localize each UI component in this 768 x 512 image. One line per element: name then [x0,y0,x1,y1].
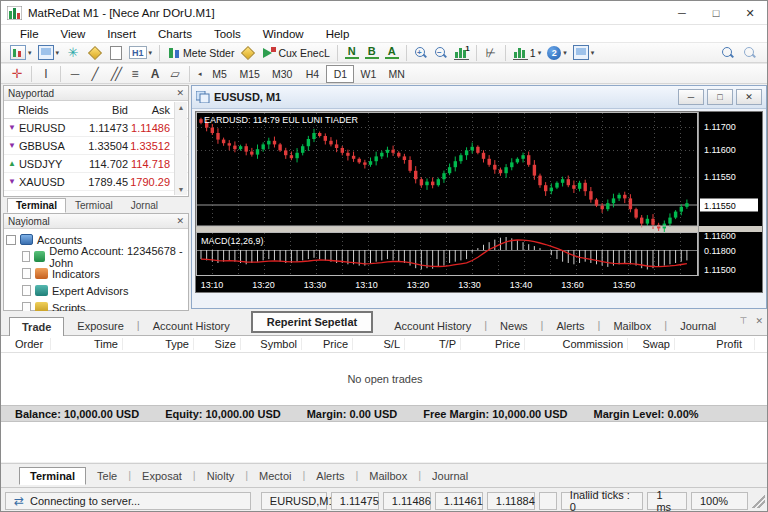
bottom-tab-exposat[interactable]: Exposat [131,467,193,485]
bottom-tab-mailbox[interactable]: Mailbox [358,467,418,485]
data-folder-button[interactable] [237,44,259,62]
chevron-left-icon[interactable]: ◂ [198,70,202,78]
status-zoom[interactable]: 100% [691,492,748,510]
chart-close-button[interactable]: ✕ [736,89,762,105]
close-icon[interactable]: ✕ [755,316,763,326]
col-price-open[interactable]: Price [302,338,353,350]
trendline-button[interactable]: ╱ [85,65,105,83]
tab-exposure[interactable]: Exposure [64,316,136,335]
tree-item-expert-advisors[interactable]: Expert Advisors [6,282,188,299]
table-row[interactable]: ▲USDJYY 114.702 114.718 [4,155,188,173]
chart-screen-button[interactable]: ▾ [570,44,598,62]
close-button[interactable]: ✕ [733,1,767,25]
col-symbol[interactable]: Symbol [241,338,302,350]
scroll-down-icon[interactable]: ▼ [178,186,185,193]
tab-news[interactable]: News [487,316,541,335]
floating-tab[interactable]: Reperint Sepetlat [251,311,373,333]
col-type[interactable]: Type [123,338,194,350]
symbols-button[interactable]: ✳ [62,44,84,62]
menu-insert[interactable]: Insert [96,28,147,40]
minimize-button[interactable]: ─ [665,1,699,25]
bottom-tab-journal[interactable]: Journal [421,467,479,485]
menu-file[interactable]: File [9,28,50,40]
timeframe-mn[interactable]: MN [382,65,410,83]
cursor-button[interactable]: I [36,65,56,83]
scrollbar[interactable]: ▲ ▼ [174,102,187,195]
tab-mailbox[interactable]: Mailbox [600,316,664,335]
col-size[interactable]: Size [194,338,241,350]
period-m1-button[interactable]: 1▾ [510,44,544,62]
bottom-tab-terminal[interactable]: Terminal [19,467,86,485]
timeframe-m30[interactable]: M30 [266,65,298,83]
bottom-tab-mectoi[interactable]: Mectoi [248,467,302,485]
timeframe-m5[interactable]: M5 [206,65,234,83]
tab-account-history[interactable]: Account History [381,316,484,335]
advanced-search-icon[interactable] [743,46,757,60]
chart-minimize-button[interactable]: ─ [678,89,704,105]
new-chart-button[interactable]: ▾ [7,44,35,62]
checkbox[interactable] [6,235,16,245]
shapes-button[interactable]: ▱ [165,65,185,83]
tick-chart-button[interactable]: ▾ [35,44,63,62]
table-row[interactable]: ▼XAUUSD 1789.45 1790.29 [4,173,188,191]
col-swap[interactable]: Swap [628,338,675,350]
table-row[interactable]: ▼EURUSD 1.11473 1.11486 [4,119,188,137]
indicators-button[interactable]: 2▾ [544,44,570,62]
timeframe-h4[interactable]: H4 [298,65,326,83]
col-symbol[interactable]: Rleids [4,104,76,116]
timeframe-m15[interactable]: M15 [234,65,266,83]
col-commission[interactable]: Commission [525,338,628,350]
bottom-tab-niolty[interactable]: Niolty [196,467,246,485]
tab-alerts[interactable]: Alerts [543,316,597,335]
menu-help[interactable]: Help [315,28,361,40]
font-n-button[interactable]: N [342,44,362,62]
scroll-up-icon[interactable]: ▲ [178,104,185,111]
auto-scroll-button[interactable]: ⊬ [481,44,501,62]
tab-symbols[interactable]: Terminal [7,198,66,213]
chart-canvas[interactable]: 1.117001.116001.115501.115501.116000.118… [195,111,763,293]
col-ask[interactable]: Ask [128,104,173,116]
col-profit[interactable]: Profit [675,338,755,350]
chart-title-bar[interactable]: EUSUSD, M1 ─ □ ✕ [192,86,766,109]
table-row[interactable]: ▼GBBUSA 1.33504 1.33512 [4,137,188,155]
menu-charts[interactable]: Charts [147,28,203,40]
close-icon[interactable]: ✕ [176,88,184,98]
bottom-tab-alerts[interactable]: Alerts [305,467,355,485]
dock-icon[interactable]: ⊤ [740,316,748,326]
zoom-out-button[interactable]: − [431,44,451,62]
bar-chart-button[interactable]: 1 [451,44,472,62]
channel-button[interactable]: ╱╱ [105,65,125,83]
font-a-button[interactable]: A [382,44,402,62]
connection-status[interactable]: ⇄ Connecting to server... [5,492,251,510]
tab-journal[interactable]: Journal [667,316,729,335]
timeframe-w1[interactable]: W1 [354,65,382,83]
col-sl[interactable]: S/L [353,338,405,350]
col-tp[interactable]: T/P [405,338,461,350]
menu-view[interactable]: View [50,28,97,40]
text-button[interactable]: A [145,65,165,83]
chart-restore-button[interactable]: □ [707,89,733,105]
status-symbol-period[interactable]: EURUSD,M1 [261,492,327,510]
resize-grip-icon[interactable] [752,494,765,508]
col-order[interactable]: Order [1,338,51,350]
search-icon[interactable] [721,46,735,60]
new-order-button[interactable]: Mete Stder [164,44,237,62]
col-price-current[interactable]: Price [461,338,525,350]
hline-button[interactable]: ─ [65,65,85,83]
font-b-button[interactable]: B [362,44,382,62]
crosshair-button[interactable]: ✛ [7,65,27,83]
bottom-tab-tele[interactable]: Tele [86,467,128,485]
menu-window[interactable]: Window [252,28,315,40]
template-button[interactable] [106,44,126,62]
tab-account-history-left[interactable]: Account History [140,316,243,335]
tab-journal-mini[interactable]: Jornal [122,198,167,213]
tree-item-demo-account[interactable]: Demo Account: 12345678 - John [6,248,188,265]
autotrading-button[interactable]: Cux EnecL [259,44,332,62]
timeframe-d1[interactable]: D1 [326,65,354,83]
close-icon[interactable]: ✕ [176,216,184,226]
maximize-button[interactable]: □ [699,1,733,25]
tab-tick-chart[interactable]: Termioal [66,198,122,213]
zoom-in-button[interactable]: + [411,44,431,62]
profiles-button[interactable]: H1▾ [126,44,155,62]
menu-tools[interactable]: Tools [203,28,252,40]
